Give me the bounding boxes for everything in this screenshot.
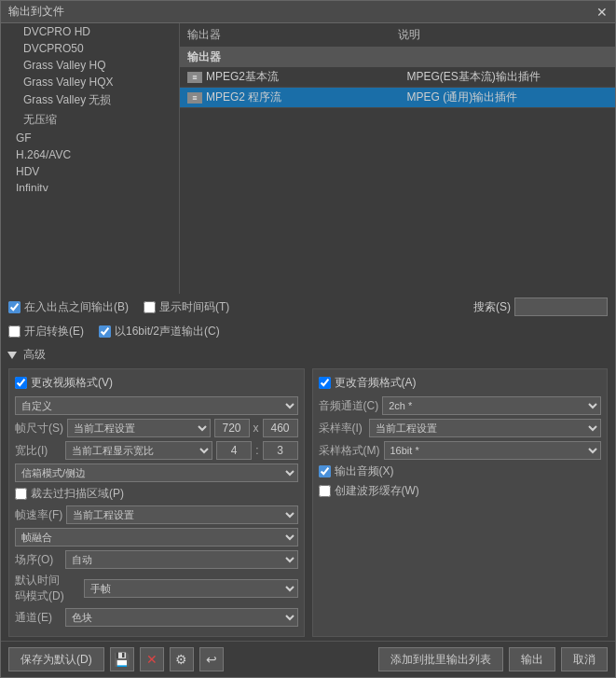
check-between-inout-input[interactable] [8, 301, 21, 313]
timecode-mode-row: 默认时间 码模式(D) 手帧 [15, 573, 298, 604]
check-show-timecode[interactable]: 显示时间码(T) [144, 299, 229, 315]
list-item[interactable]: 无压缩 [1, 110, 179, 130]
channel-select[interactable]: 色块 [65, 608, 298, 627]
create-wave-label-text: 创建波形缓存(W) [335, 483, 419, 499]
list-item[interactable]: Grass Valley HQ [1, 57, 179, 74]
list-item[interactable]: DVCPRO50 [1, 40, 179, 57]
check-enable-convert-input[interactable] [8, 325, 21, 338]
exporter-col1-header: 输出器 [187, 27, 398, 43]
exporter-row-name: MPEG2基本流 [206, 69, 407, 85]
sample-rate-select[interactable]: 当前工程设置 [369, 419, 602, 437]
aspect-ratio-row: 宽比(I) 当前工程显示宽比 : [15, 441, 298, 460]
advanced-inner: 更改视频格式(V) 自定义 帧尺寸(S) 当前工程设置 x 宽比(I) [8, 368, 608, 637]
exporter-row-icon: ≡ [187, 92, 202, 104]
search-area: 搜索(S) [473, 297, 608, 316]
frame-width-input[interactable] [214, 419, 250, 437]
channel-label: 通道(E) [15, 610, 62, 626]
video-preset-select[interactable]: 自定义 [15, 396, 298, 415]
audio-ch-row: 音频通道(C) 2ch * [319, 396, 602, 415]
bottom-bar: 保存为默认(D) 💾 ✕ ⚙ ↩ 添加到批里输出列表 输出 取消 [1, 641, 615, 677]
triangle-icon [7, 352, 17, 359]
create-wave-check[interactable] [319, 485, 331, 497]
exporter-row[interactable]: ≡MPEG2基本流MPEG(ES基本流)输出插件 [180, 67, 615, 88]
exporter-section: 输出器 ≡MPEG2基本流MPEG(ES基本流)输出插件≡MPEG2 程序流MP… [180, 48, 615, 108]
change-video-format-label: 更改视频格式(V) [31, 375, 113, 391]
timecode-mode-select[interactable]: 手帧 [84, 579, 298, 598]
crop-check[interactable] [15, 488, 27, 500]
output-audio-row: 输出音频(X) [319, 464, 602, 479]
close-button[interactable]: ✕ [596, 5, 608, 20]
field-order-select[interactable]: 自动 [65, 550, 298, 569]
sample-format-select[interactable]: 16bit * [384, 441, 602, 460]
list-item[interactable]: GF [1, 130, 179, 146]
output-audio-label[interactable]: 输出音频(X) [319, 464, 394, 479]
main-window: 输出到文件 ✕ DVCPRO HDDVCPRO50Grass Valley HQ… [0, 0, 616, 678]
exporter-header: 输出器 说明 [180, 23, 615, 48]
aspect-ratio-label: 宽比(I) [15, 443, 62, 459]
exporter-rows: ≡MPEG2基本流MPEG(ES基本流)输出插件≡MPEG2 程序流MPEG (… [180, 67, 615, 108]
cancel-button[interactable]: 取消 [561, 647, 608, 671]
change-audio-format-check[interactable] [319, 377, 331, 389]
list-item[interactable]: DVCPRO HD [1, 23, 179, 40]
frame-size-select[interactable]: 当前工程设置 [67, 419, 211, 437]
ratio-w-input[interactable] [216, 441, 252, 460]
frame-blend-select[interactable]: 帧融合 [15, 528, 298, 547]
undo-icon-button[interactable]: ↩ [199, 647, 224, 671]
advanced-section: 高级 更改视频格式(V) 自定义 帧尺寸(S) 当前工程设置 x [1, 343, 615, 641]
check-16bit-2ch[interactable]: 以16bit/2声道输出(C) [99, 324, 220, 339]
check-16bit-2ch-input[interactable] [99, 325, 111, 338]
aspect-ratio-select[interactable]: 当前工程显示宽比 [65, 441, 212, 460]
crop-label-text: 裁去过扫描区域(P) [31, 486, 124, 502]
output-audio-check[interactable] [319, 465, 331, 477]
check-enable-convert-label: 开启转换(E) [24, 324, 84, 339]
output-button[interactable]: 输出 [509, 647, 555, 671]
letterbox-select[interactable]: 信箱模式/侧边 [15, 464, 298, 482]
list-item[interactable]: H.264/AVC [1, 146, 179, 163]
check-between-inout[interactable]: 在入出点之间输出(B) [8, 299, 129, 315]
fps-select[interactable]: 当前工程设置 [66, 505, 297, 524]
video-col: 更改视频格式(V) 自定义 帧尺寸(S) 当前工程设置 x 宽比(I) [8, 368, 305, 637]
save-default-button[interactable]: 保存为默认(D) [8, 647, 104, 671]
exporter-row[interactable]: ≡MPEG2 程序流MPEG (通用)输出插件 [180, 88, 615, 108]
list-item[interactable]: Infinity [1, 180, 179, 191]
sample-rate-label: 采样率(I) [319, 421, 365, 436]
list-item[interactable]: Grass Valley HQX [1, 74, 179, 90]
frame-size-x: x [253, 422, 259, 435]
crop-row: 裁去过扫描区域(P) [15, 486, 298, 502]
save-icon-button[interactable]: 💾 [110, 647, 134, 671]
exporter-section-title: 输出器 [180, 48, 615, 67]
main-content: DVCPRO HDDVCPRO50Grass Valley HQGrass Va… [1, 23, 615, 294]
frame-size-label: 帧尺寸(S) [15, 421, 63, 436]
audio-col-title: 更改音频格式(A) [319, 375, 602, 391]
list-item[interactable]: HDV [1, 163, 179, 180]
audio-col: 更改音频格式(A) 音频通道(C) 2ch * 采样率(I) 当前工程设置 采样… [312, 368, 609, 637]
title-bar: 输出到文件 ✕ [1, 1, 615, 23]
ratio-h-input[interactable] [263, 441, 298, 460]
create-wave-label[interactable]: 创建波形缓存(W) [319, 483, 419, 499]
search-input[interactable] [514, 297, 608, 316]
audio-ch-label: 音频通道(C) [319, 398, 379, 414]
frame-height-input[interactable] [263, 419, 298, 437]
field-order-label: 场序(O) [15, 552, 62, 568]
exporter-row-desc: MPEG(ES基本流)输出插件 [407, 69, 609, 85]
crop-label[interactable]: 裁去过扫描区域(P) [15, 486, 124, 502]
check-enable-convert[interactable]: 开启转换(E) [8, 324, 84, 339]
list-item[interactable]: Grass Valley 无损 [1, 90, 179, 110]
create-wave-row: 创建波形缓存(W) [319, 483, 602, 499]
change-audio-format-label: 更改音频格式(A) [335, 375, 417, 391]
change-video-format-check[interactable] [15, 377, 27, 389]
check-16bit-2ch-label: 以16bit/2声道输出(C) [115, 324, 220, 339]
sample-format-row: 采样格式(M) 16bit * [319, 441, 602, 460]
title-text: 输出到文件 [8, 4, 64, 20]
add-batch-button[interactable]: 添加到批里输出列表 [378, 647, 503, 671]
delete-icon-button[interactable]: ✕ [140, 647, 164, 671]
exporter-col2-header: 说明 [398, 27, 609, 43]
search-label: 搜索(S) [473, 299, 511, 315]
settings-icon-button[interactable]: ⚙ [170, 647, 194, 671]
check-show-timecode-input[interactable] [144, 301, 156, 313]
audio-ch-select[interactable]: 2ch * [382, 396, 601, 415]
format-list[interactable]: DVCPRO HDDVCPRO50Grass Valley HQGrass Va… [1, 23, 179, 191]
timecode-mode-label: 默认时间 码模式(D) [15, 573, 80, 604]
fps-row: 帧速率(F) 当前工程设置 [15, 505, 298, 524]
advanced-toggle[interactable]: 高级 [8, 347, 608, 363]
